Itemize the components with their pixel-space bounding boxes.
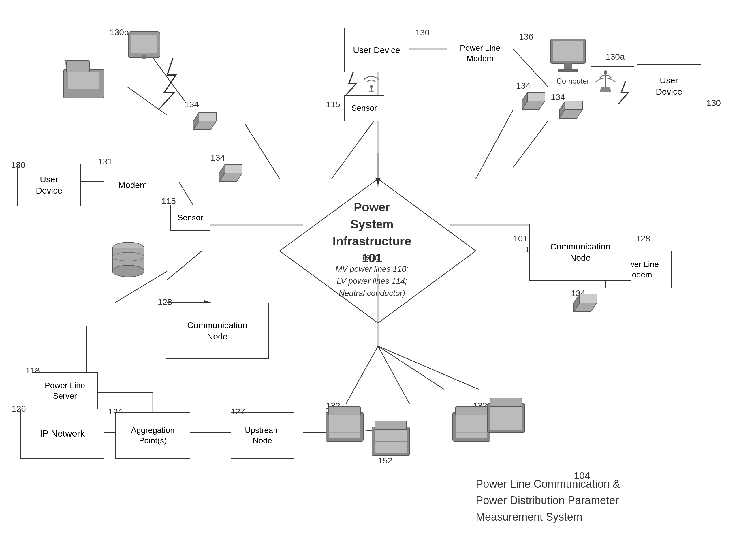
user-device-top-center: User Device: [344, 28, 409, 72]
lightning-top1: [156, 58, 190, 110]
svg-point-59: [142, 55, 146, 59]
svg-rect-56: [558, 68, 578, 72]
upstream-node: UpstreamNode: [231, 412, 294, 458]
svg-line-36: [513, 121, 548, 167]
ref-136: 136: [519, 32, 534, 41]
sensor-device-left1: [184, 107, 219, 141]
svg-line-35: [476, 110, 513, 179]
bottom-system-label: Power Line Communication &Power Distribu…: [476, 476, 724, 525]
bottom-node-left: [323, 404, 369, 450]
psi-detail: (e.g.,MV power lines 110;LV power lines …: [300, 251, 444, 299]
svg-line-30: [378, 346, 479, 389]
bottom-node-154: [484, 395, 531, 441]
ref-130-top: 130: [415, 28, 430, 37]
ref-118: 118: [25, 366, 40, 376]
ref-130-left: 130: [11, 160, 25, 170]
lightning-right1: [614, 81, 637, 110]
ref-124: 124: [108, 407, 123, 416]
svg-rect-80: [375, 421, 407, 430]
user-device-left: UserDevice: [17, 163, 81, 206]
ref-130a: 130a: [605, 52, 625, 62]
ip-network: IP Network: [20, 409, 104, 459]
ref-128-left: 128: [158, 297, 172, 307]
modem-left: Modem: [104, 163, 161, 206]
ref-115-top: 115: [326, 100, 340, 109]
svg-rect-58: [131, 35, 157, 53]
sensor-device-bottom-right: [565, 288, 600, 323]
sensor-device-right2: [551, 95, 585, 130]
svg-marker-43: [199, 113, 216, 121]
svg-line-28: [378, 346, 410, 404]
svg-line-33: [245, 124, 280, 179]
svg-rect-55: [564, 63, 572, 69]
svg-rect-90: [490, 398, 522, 407]
ref-101-right: 101: [513, 234, 527, 243]
sensor-device-left2: [210, 159, 245, 193]
ref-127: 127: [231, 407, 245, 416]
svg-marker-52: [600, 87, 611, 92]
ref-128-right: 128: [636, 234, 650, 243]
svg-rect-75: [329, 407, 360, 415]
device-130c: [58, 58, 115, 104]
computer-label: Computer: [557, 77, 589, 86]
comm-node-left: CommunicationNode: [165, 302, 269, 359]
svg-marker-49: [565, 101, 582, 110]
svg-line-29: [378, 346, 444, 389]
comm-node-right: CommunicationNode: [529, 224, 631, 281]
svg-rect-61: [66, 60, 90, 72]
storage-icon-135: [107, 239, 150, 280]
power-line-modem-top: Power LineModem: [447, 35, 513, 72]
sensor-device-right1: [513, 87, 548, 121]
computer-icon: [548, 37, 594, 75]
svg-line-27: [346, 346, 378, 404]
ref-104: 104: [574, 470, 590, 481]
ref-126: 126: [12, 404, 26, 414]
svg-rect-62: [68, 72, 100, 90]
svg-marker-40: [368, 91, 374, 92]
svg-rect-85: [456, 407, 487, 415]
svg-line-25: [167, 251, 202, 280]
ref-131: 131: [98, 157, 113, 166]
sensor-left-mid: Sensor: [170, 205, 210, 231]
power-line-server: Power LineServer: [32, 372, 98, 410]
svg-point-69: [113, 265, 144, 277]
bottom-node-center: [369, 418, 415, 464]
svg-line-34: [332, 115, 378, 179]
ref-130-top-right: 130: [707, 98, 721, 108]
svg-marker-66: [225, 164, 242, 173]
svg-rect-54: [553, 41, 583, 61]
aggregation-point: AggregationPoint(s): [115, 412, 190, 458]
user-device-top-right: UserDevice: [637, 64, 701, 107]
svg-marker-46: [527, 92, 545, 101]
ref-115-left: 115: [161, 196, 176, 206]
svg-marker-73: [580, 294, 597, 303]
svg-point-50: [604, 71, 607, 74]
lightning-top2: [342, 72, 365, 101]
